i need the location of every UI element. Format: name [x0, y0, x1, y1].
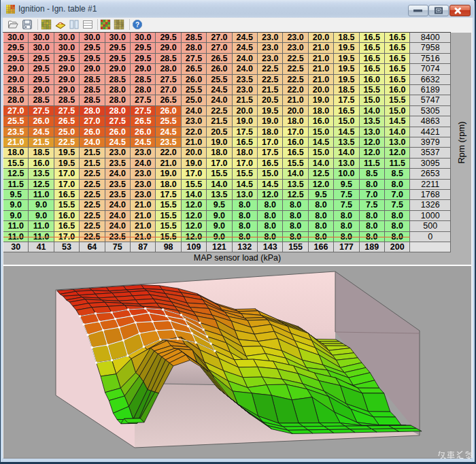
svg-text:?: ?	[135, 21, 139, 29]
